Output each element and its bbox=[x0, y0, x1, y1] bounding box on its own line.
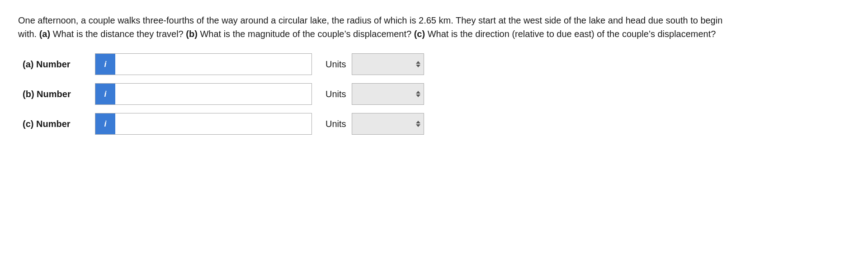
row-a-input-wrapper: i bbox=[95, 53, 312, 75]
row-b-units-select[interactable]: km m mi ft deg rad bbox=[352, 83, 424, 105]
row-b-units-wrapper: km m mi ft deg rad bbox=[352, 83, 424, 105]
row-a-number-input[interactable] bbox=[115, 54, 311, 75]
part-a-bold: (a) bbox=[39, 29, 50, 39]
row-c-units-wrapper: km m mi ft deg rad bbox=[352, 113, 424, 135]
row-c-input-wrapper: i bbox=[95, 113, 312, 135]
row-a-info-icon[interactable]: i bbox=[95, 54, 115, 75]
row-c-number-input[interactable] bbox=[115, 113, 311, 134]
part-b-bold: (b) bbox=[186, 29, 198, 39]
row-a-units-label: Units bbox=[326, 59, 346, 70]
answer-row-c: (c) Number i Units km m mi ft deg rad bbox=[23, 113, 850, 135]
answer-rows: (a) Number i Units km m mi ft deg rad bbox=[18, 53, 850, 135]
row-b-number-input[interactable] bbox=[115, 84, 311, 104]
row-b-input-wrapper: i bbox=[95, 83, 312, 105]
row-b-info-icon[interactable]: i bbox=[95, 84, 115, 104]
row-b-units-label: Units bbox=[326, 89, 346, 99]
answer-row-b: (b) Number i Units km m mi ft deg rad bbox=[23, 83, 850, 105]
question-container: One afternoon, a couple walks three-four… bbox=[18, 14, 850, 135]
row-a-units-wrapper: km m mi ft deg rad bbox=[352, 53, 424, 75]
row-a-units-select[interactable]: km m mi ft deg rad bbox=[352, 53, 424, 75]
row-c-label: (c) Number bbox=[23, 119, 95, 129]
question-text: One afternoon, a couple walks three-four… bbox=[18, 14, 741, 41]
answer-row-a: (a) Number i Units km m mi ft deg rad bbox=[23, 53, 850, 75]
row-a-label: (a) Number bbox=[23, 59, 95, 70]
part-c-bold: (c) bbox=[414, 29, 425, 39]
row-c-units-select[interactable]: km m mi ft deg rad bbox=[352, 113, 424, 135]
row-c-units-label: Units bbox=[326, 119, 346, 129]
row-c-info-icon[interactable]: i bbox=[95, 113, 115, 134]
row-b-label: (b) Number bbox=[23, 89, 95, 99]
